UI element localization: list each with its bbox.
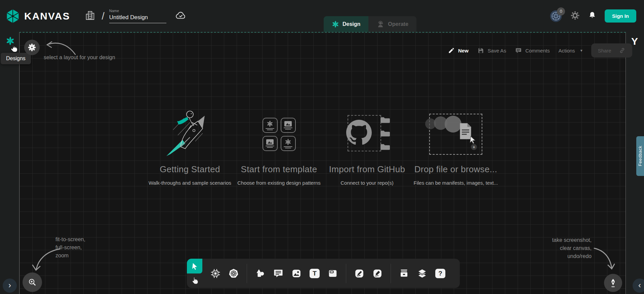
chevron-left-icon: ‹ (638, 281, 641, 290)
tab-design-label: Design (343, 21, 360, 27)
sign-in-button[interactable]: Sign In (605, 9, 636, 23)
template-cards (263, 109, 296, 159)
freehand-draw-tool[interactable] (372, 268, 383, 279)
toolbar-divider (346, 264, 346, 283)
cluster-avatar[interactable]: 0 (550, 10, 562, 23)
note-tool[interactable] (328, 268, 338, 279)
design-actions-toolbar: New Save As Comments Actions ▾ Share (448, 43, 632, 58)
design-spiral-icon (332, 21, 339, 28)
kanvas-app: KANVAS / Name (0, 0, 644, 294)
comments-label: Comments (525, 48, 550, 53)
github-import-graphic (340, 114, 394, 155)
caret-down-icon: ▾ (580, 48, 582, 53)
zoom-in-icon (28, 278, 37, 287)
feedback-tab[interactable]: Feedback (636, 136, 644, 176)
brand[interactable]: KANVAS (5, 9, 70, 24)
folder-icon (380, 143, 391, 151)
pen-path-tool[interactable] (354, 268, 364, 279)
cursor-arrow-icon (468, 135, 477, 145)
select-tool-button[interactable] (187, 259, 202, 273)
expand-left-dock-button[interactable]: › (3, 279, 17, 293)
notifications-bell-icon[interactable] (588, 11, 597, 22)
image-tool[interactable] (291, 268, 301, 279)
option-drop-file[interactable]: + Drop file or browse... Files can be ma… (409, 109, 503, 186)
option-subtitle: Walk-throughs and sample scenarios (149, 180, 231, 186)
toolbar-divider (391, 264, 391, 283)
hint-arrow-to-zoom (31, 246, 62, 274)
header: KANVAS / Name (0, 0, 644, 32)
tab-operate[interactable]: Operate (368, 16, 416, 32)
comments-button[interactable]: Comments (515, 47, 550, 54)
breadcrumb-separator: / (102, 10, 104, 22)
name-label: Name (109, 9, 166, 13)
hand-icon (190, 277, 199, 285)
right-dock-glyph[interactable]: Y (631, 36, 638, 47)
expand-right-dock-button[interactable]: ‹ (633, 279, 644, 293)
hint-arrow-to-pen (592, 245, 616, 273)
save-as-button[interactable]: Save As (477, 47, 506, 54)
new-label: New (458, 48, 469, 53)
design-name-input[interactable] (109, 13, 166, 23)
layers-tool[interactable] (417, 268, 427, 279)
bottom-toolbar: T (187, 259, 460, 288)
folder-icon (380, 129, 391, 137)
bottom-right-hints: take screenshot, clear canvas, undo/redo (531, 236, 592, 260)
actions-dropdown[interactable]: Actions ▾ (558, 48, 582, 53)
organization-icon[interactable] (85, 10, 95, 23)
pencil-icon (448, 47, 455, 54)
pen-nib-icon (608, 278, 618, 288)
rocket-doodle (163, 109, 217, 159)
option-import-from-github[interactable]: Import from GitHub Connect to your repo(… (320, 109, 414, 186)
github-icon (346, 120, 372, 145)
option-start-from-template[interactable]: Start from template Choose from existing… (232, 109, 326, 186)
shapes-tool[interactable] (255, 268, 265, 279)
option-title: Drop file or browse... (414, 164, 497, 175)
mode-tabs: Design Operate (324, 16, 416, 32)
tab-design[interactable]: Design (324, 16, 368, 32)
left-dock-strip (0, 32, 19, 294)
option-getting-started[interactable]: Getting Started Walk-throughs and sample… (143, 109, 237, 186)
actions-label: Actions (558, 48, 575, 53)
components-chip-tool[interactable] (210, 268, 220, 279)
kanvas-logo-icon (5, 9, 20, 24)
pan-tool-button[interactable] (187, 273, 202, 288)
help-tool[interactable]: ? (435, 269, 445, 278)
folder-icon (380, 116, 391, 124)
layout-hint-text: select a layout for your design (44, 54, 115, 61)
annotate-pen-button[interactable] (604, 274, 622, 292)
option-subtitle: Connect to your repo(s) (340, 180, 394, 186)
share-button[interactable]: Share (591, 43, 632, 58)
new-button[interactable]: New (448, 47, 469, 54)
text-tool[interactable]: T (310, 269, 320, 278)
comment-icon (515, 47, 522, 54)
option-subtitle: Files can be manifests, images, text... (414, 180, 498, 186)
layouts-button[interactable] (24, 40, 40, 55)
save-as-label: Save As (488, 48, 506, 53)
cursor-arrow-icon (191, 262, 199, 270)
notification-badge: 0 (557, 7, 565, 15)
option-title: Start from template (241, 164, 317, 175)
drop-file-graphic: + (429, 114, 482, 155)
chevron-right-icon: › (8, 281, 11, 290)
comment-tool[interactable] (273, 268, 283, 279)
option-title: Import from GitHub (329, 164, 405, 175)
plus-badge: + (471, 144, 477, 150)
hint-arrow-to-layouts (43, 39, 77, 57)
toolbar-divider (247, 264, 247, 283)
brand-name: KANVAS (24, 10, 70, 22)
kubernetes-tool[interactable] (229, 268, 239, 279)
option-subtitle: Choose from existing design patterns (237, 180, 321, 186)
header-right: 0 Sign In (550, 0, 636, 32)
drawer-tool[interactable] (399, 268, 409, 279)
tab-operate-label: Operate (388, 21, 408, 27)
operate-headset-icon (376, 20, 385, 28)
option-title: Getting Started (160, 164, 220, 175)
zoom-button[interactable] (23, 272, 42, 292)
feedback-label: Feedback (638, 146, 643, 166)
design-name-block: Name (109, 9, 166, 23)
share-label: Share (598, 48, 611, 53)
save-icon (477, 47, 484, 54)
settings-gear-icon[interactable] (570, 11, 580, 22)
flower-icon (28, 43, 36, 51)
designs-tooltip: Designs (1, 53, 31, 64)
